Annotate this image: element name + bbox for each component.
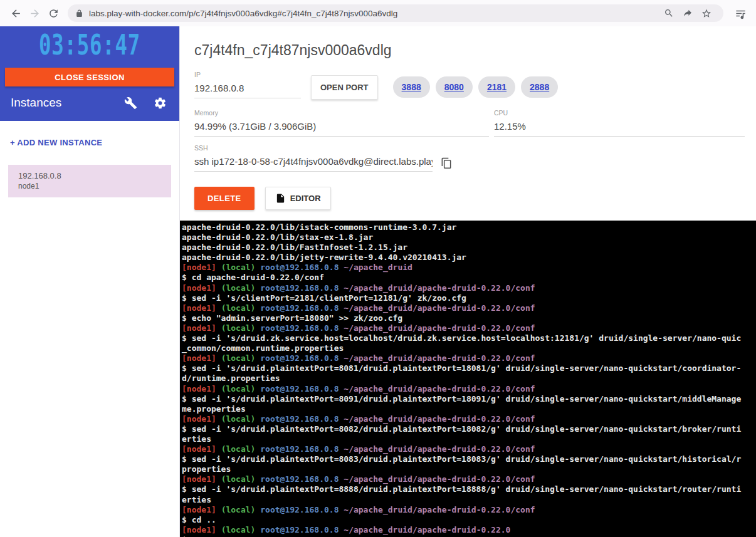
instances-header: Instances bbox=[0, 86, 179, 120]
bookmark-star-icon[interactable] bbox=[697, 4, 716, 22]
terminal-line: [node1] (local) root@192.168.0.8 ~/apach… bbox=[182, 303, 756, 313]
terminal-line: [node1] (local) root@192.168.0.8 ~/apach… bbox=[182, 323, 756, 333]
share-icon[interactable] bbox=[678, 4, 697, 22]
terminal-line: $ echo "admin.serverPort=18080" >> zk/zo… bbox=[182, 313, 756, 323]
instance-name: node1 bbox=[18, 182, 161, 190]
terminal-line: apache-druid-0.22.0/lib/jetty-rewrite-9.… bbox=[182, 253, 756, 263]
add-new-instance-button[interactable]: + ADD NEW INSTANCE bbox=[10, 138, 102, 147]
instances-panel: + ADD NEW INSTANCE 192.168.0.8 node1 bbox=[0, 121, 179, 537]
zoom-icon[interactable] bbox=[659, 4, 678, 22]
gear-icon[interactable] bbox=[154, 96, 167, 110]
port-badge[interactable]: 2181 bbox=[478, 76, 515, 98]
terminal-line: [node1] (local) root@192.168.0.8 ~/apach… bbox=[182, 474, 756, 484]
terminal-line: $ sed -i 's/druid.plaintextPort=8888/dru… bbox=[182, 484, 756, 494]
terminal-line: [node1] (local) root@192.168.0.8 ~/apach… bbox=[182, 414, 756, 424]
memory-label: Memory bbox=[194, 109, 489, 117]
open-port-button[interactable]: OPEN PORT bbox=[311, 75, 378, 100]
terminal-line: _common/common.runtime.properties bbox=[182, 343, 756, 353]
memory-value: 94.99% (3.71GiB / 3.906GiB) bbox=[194, 121, 489, 137]
ip-label: IP bbox=[194, 71, 301, 78]
file-icon bbox=[275, 193, 286, 204]
terminal-line: apache-druid-0.22.0/lib/istack-commons-r… bbox=[182, 222, 756, 232]
forward-icon[interactable] bbox=[25, 4, 44, 23]
browser-toolbar: labs.play-with-docker.com/p/c7j4t4fnjsv0… bbox=[0, 0, 756, 26]
address-bar[interactable]: labs.play-with-docker.com/p/c7j4t4fnjsv0… bbox=[68, 4, 723, 22]
back-icon[interactable] bbox=[6, 4, 25, 23]
port-link[interactable]: 2888 bbox=[530, 82, 549, 92]
terminal-line: erties bbox=[182, 434, 756, 444]
terminal-line: $ sed -i 's/druid.zk.service.host=localh… bbox=[182, 333, 756, 343]
sidebar-header: 03:56:47 CLOSE SESSION Instances bbox=[0, 26, 179, 121]
terminal-line: apache-druid-0.22.0/lib/stax-ex-1.8.jar bbox=[182, 232, 756, 242]
terminal-line: d/runtime.properties bbox=[182, 373, 756, 383]
media-controls-icon[interactable] bbox=[730, 4, 751, 23]
terminal-line: [node1] (local) root@192.168.0.8 ~/apach… bbox=[182, 353, 756, 363]
editor-button-label: EDITOR bbox=[290, 194, 321, 203]
terminal-line: apache-druid-0.22.0/lib/FastInfoset-1.2.… bbox=[182, 242, 756, 253]
terminal-line: $ sed -i 's/druid.plaintextPort=8081/dru… bbox=[182, 363, 756, 373]
url-text: labs.play-with-docker.com/p/c7j4t4fnjsv0… bbox=[89, 9, 659, 18]
ip-value[interactable]: 192.168.0.8 bbox=[194, 83, 301, 98]
terminal-line: $ sed -i 's/druid.plaintextPort=8083/dru… bbox=[182, 454, 756, 464]
ports-list: 3888808021812888 bbox=[387, 76, 559, 98]
port-link[interactable]: 8080 bbox=[444, 82, 464, 92]
terminal-line: [node1] (local) root@192.168.0.8 ~/apach… bbox=[182, 384, 756, 394]
memory-field: Memory 94.99% (3.71GiB / 3.906GiB) bbox=[194, 109, 489, 137]
ssh-field: SSH ssh ip172-18-0-58-c7j4t4fnjsv000a6vd… bbox=[194, 144, 433, 172]
instances-title: Instances bbox=[11, 96, 61, 110]
cpu-value: 12.15% bbox=[494, 121, 745, 137]
terminal-line: [node1] (local) root@192.168.0.8 ~/apach… bbox=[182, 263, 756, 273]
terminal-line: $ cd .. bbox=[182, 515, 756, 525]
port-badge[interactable]: 3888 bbox=[393, 76, 430, 98]
ip-field: IP 192.168.0.8 bbox=[194, 71, 301, 98]
port-badge[interactable]: 2888 bbox=[521, 76, 558, 98]
main-panel: c7j4t4fn_c7j4t87njsv000a6vdlg IP 192.168… bbox=[180, 26, 756, 537]
terminal-line: $ sed -i 's/druid.plaintextPort=8091/dru… bbox=[182, 394, 756, 404]
close-session-button[interactable]: CLOSE SESSION bbox=[5, 68, 174, 86]
editor-button[interactable]: EDITOR bbox=[265, 187, 331, 210]
terminal-line: [node1] (local) root@192.168.0.8 ~/apach… bbox=[182, 283, 756, 293]
terminal-line: me.properties bbox=[182, 404, 756, 414]
terminal-line: $ sed -i 's/druid.plaintextPort=8082/dru… bbox=[182, 424, 756, 434]
terminal-line: [node1] (local) root@192.168.0.8 ~/apach… bbox=[182, 505, 756, 515]
sidebar: 03:56:47 CLOSE SESSION Instances + ADD N… bbox=[0, 26, 180, 537]
terminal[interactable]: apache-druid-0.22.0/lib/istack-commons-r… bbox=[180, 221, 756, 537]
terminal-line: properties bbox=[182, 464, 756, 474]
wrench-icon[interactable] bbox=[124, 96, 137, 110]
ssh-value[interactable]: ssh ip172-18-0-58-c7j4t4fnjsv000a6vdkg@d… bbox=[194, 156, 433, 172]
instance-ip: 192.168.0.8 bbox=[18, 171, 161, 180]
terminal-line: $ sed -i 's/clientPort=2181/clientPort=1… bbox=[182, 293, 756, 303]
terminal-line: erties bbox=[182, 495, 756, 505]
instance-list-item[interactable]: 192.168.0.8 node1 bbox=[8, 165, 171, 197]
copy-icon[interactable] bbox=[440, 157, 454, 170]
cpu-field: CPU 12.15% bbox=[494, 109, 745, 137]
port-link[interactable]: 3888 bbox=[402, 82, 421, 92]
cpu-label: CPU bbox=[494, 109, 745, 117]
ssh-label: SSH bbox=[194, 144, 433, 152]
terminal-line: [node1] (local) root@192.168.0.8 ~/apach… bbox=[182, 525, 756, 535]
session-timer: 03:56:47 bbox=[25, 26, 154, 65]
padlock-icon bbox=[75, 9, 83, 18]
reload-icon[interactable] bbox=[44, 4, 63, 23]
page-title: c7j4t4fn_c7j4t87njsv000a6vdlg bbox=[194, 42, 745, 59]
terminal-line: $ cd apache-druid-0.22.0/conf bbox=[182, 273, 756, 283]
port-link[interactable]: 2181 bbox=[487, 82, 507, 92]
terminal-line: [node1] (local) root@192.168.0.8 ~/apach… bbox=[182, 444, 756, 454]
delete-button[interactable]: DELETE bbox=[194, 187, 255, 210]
port-badge[interactable]: 8080 bbox=[436, 76, 473, 98]
